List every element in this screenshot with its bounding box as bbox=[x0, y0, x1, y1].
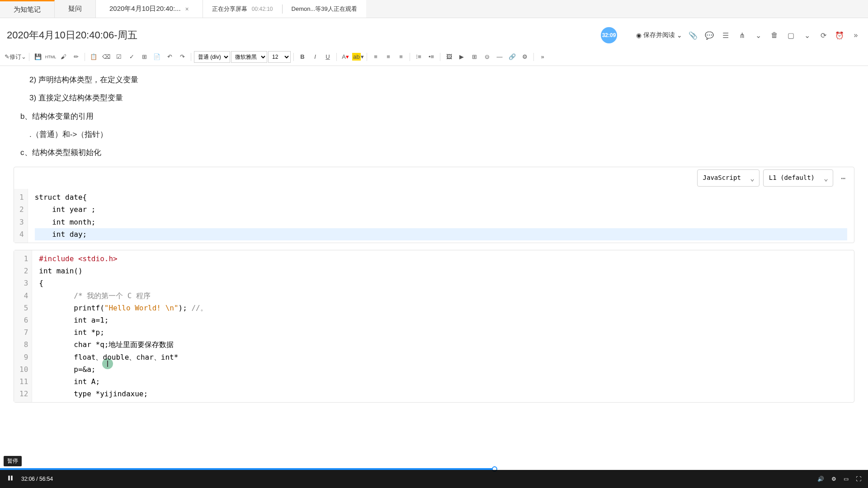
code-line[interactable]: struct date{ bbox=[35, 191, 847, 203]
code-line[interactable]: p=&a; bbox=[39, 363, 847, 375]
text-line[interactable]: .（普通）和->（指针） bbox=[14, 127, 854, 142]
theater-icon[interactable]: ▭ bbox=[844, 476, 849, 482]
text-line[interactable]: 2) 声明结构体类型，在定义变量 bbox=[14, 73, 854, 87]
pencil-icon[interactable]: ✏ bbox=[70, 51, 82, 63]
check-icon[interactable]: ☑ bbox=[113, 51, 125, 63]
code-line[interactable]: float、double、char、int* bbox=[39, 351, 847, 363]
volume-icon[interactable]: 🔊 bbox=[817, 476, 824, 482]
settings-icon[interactable]: ⚙ bbox=[831, 476, 836, 482]
code-line[interactable]: int day; bbox=[35, 228, 847, 240]
code-line[interactable]: int a=1; bbox=[39, 314, 847, 326]
unordered-list-icon[interactable]: •≡ bbox=[425, 51, 437, 63]
pause-tooltip: 暂停 bbox=[4, 456, 22, 466]
page-title: 2020年4月10日20:40:06-周五 bbox=[7, 28, 137, 42]
alarm-icon[interactable]: ⏰ bbox=[834, 30, 845, 41]
more-icon[interactable]: » bbox=[850, 30, 861, 41]
language-select[interactable]: JavaScript bbox=[697, 169, 760, 187]
save-icon[interactable]: 💾 bbox=[32, 51, 44, 63]
font-select[interactable]: 微软雅黑 bbox=[231, 51, 267, 63]
code-block-1[interactable]: JavaScript L1 (default) ⋯ 1234 struct da… bbox=[14, 167, 854, 243]
hr-icon[interactable]: ⊝ bbox=[481, 51, 493, 63]
checkbox-icon[interactable]: ✓ bbox=[126, 51, 137, 63]
book-icon[interactable]: ▢ bbox=[785, 30, 796, 41]
gear-icon[interactable]: ⚙ bbox=[519, 51, 531, 63]
align-right-icon[interactable]: ≡ bbox=[395, 51, 407, 63]
clear-format-icon[interactable]: ⌫ bbox=[100, 51, 112, 63]
html-button[interactable]: HTML bbox=[45, 51, 57, 63]
edit-mode-button[interactable]: ✎ 修订 ⌄ bbox=[5, 51, 26, 63]
size-select[interactable]: 12 bbox=[268, 51, 291, 63]
tab-wiznote[interactable]: 为知笔记 bbox=[0, 0, 55, 18]
redo-icon[interactable]: ↷ bbox=[176, 51, 188, 63]
text-color-button[interactable]: A▾ bbox=[340, 51, 351, 63]
format-select[interactable]: 普通 (div) bbox=[194, 51, 230, 63]
share-info: 正在分享屏幕 00:42:10 Demon...等39人正在观看 bbox=[203, 0, 366, 18]
bg-color-button[interactable]: ab▾ bbox=[352, 51, 364, 63]
editor-content[interactable]: 2) 声明结构体类型，在定义变量 3) 直接定义结构体类型变量 b、结构体变量的… bbox=[0, 66, 868, 488]
share-status: 正在分享屏幕 bbox=[212, 5, 247, 13]
toolbar-more-button[interactable]: » bbox=[537, 51, 548, 63]
code-more-icon[interactable]: ⋯ bbox=[837, 172, 849, 184]
code-line[interactable]: int month; bbox=[35, 216, 847, 228]
chevron-down-icon: ⌄ bbox=[677, 32, 682, 39]
tab-close-icon[interactable]: × bbox=[185, 5, 189, 13]
table-icon[interactable]: ⊞ bbox=[138, 51, 150, 63]
bold-button[interactable]: B bbox=[297, 51, 308, 63]
text-line[interactable]: b、结构体变量的引用 bbox=[14, 109, 854, 124]
code-line[interactable]: #include <stdio.h> bbox=[39, 253, 847, 265]
code-line[interactable]: int year ; bbox=[35, 203, 847, 216]
chevron-down-icon[interactable]: ⌄ bbox=[802, 30, 812, 41]
refresh-icon[interactable]: ⟳ bbox=[818, 30, 829, 41]
code-line[interactable]: type *yijindaxue; bbox=[39, 388, 847, 400]
svg-rect-1 bbox=[11, 476, 12, 481]
image-icon[interactable]: 🖼 bbox=[443, 51, 455, 63]
share-icon[interactable]: ⋔ bbox=[736, 30, 747, 41]
time-badge: 32:09 bbox=[601, 27, 617, 43]
share-viewers: Demon...等39人正在观看 bbox=[292, 5, 357, 13]
underline-button[interactable]: U bbox=[322, 51, 334, 63]
line-gutter: 123456789101112 bbox=[14, 250, 32, 402]
hr2-icon[interactable]: — bbox=[494, 51, 505, 63]
line-gutter: 1234 bbox=[14, 189, 28, 243]
share-timer: 00:42:10 bbox=[252, 6, 273, 12]
code-line[interactable]: /* 我的第一个 C 程序 bbox=[39, 290, 847, 302]
fullscreen-icon[interactable]: ⛶ bbox=[856, 476, 861, 482]
code-line[interactable]: int main() bbox=[39, 265, 847, 277]
paste-icon[interactable]: 📋 bbox=[88, 51, 99, 63]
code-line[interactable]: int A; bbox=[39, 375, 847, 388]
text-line[interactable]: c、结构体类型额初始化 bbox=[14, 145, 854, 160]
video-time: 32:06 / 56:54 bbox=[21, 476, 53, 482]
code-line[interactable]: printf("Hello World! \n"); //。 bbox=[39, 302, 847, 314]
italic-button[interactable]: I bbox=[309, 51, 321, 63]
align-left-icon[interactable]: ≡ bbox=[370, 51, 382, 63]
undo-icon[interactable]: ↶ bbox=[164, 51, 175, 63]
link-icon[interactable]: 🔗 bbox=[506, 51, 518, 63]
comment-icon[interactable]: 💬 bbox=[704, 30, 715, 41]
tab-document[interactable]: 2020年4月10日20:40:... × bbox=[96, 0, 203, 18]
page-icon[interactable]: 📄 bbox=[151, 51, 163, 63]
code-block-2[interactable]: 123456789101112 #include <stdio.h>int ma… bbox=[14, 250, 854, 403]
tab-question[interactable]: 疑问 bbox=[55, 0, 96, 18]
tab-bar: 为知笔记 疑问 2020年4月10日20:40:... × 正在分享屏幕 00:… bbox=[0, 0, 868, 18]
eye-icon: ◉ bbox=[636, 32, 642, 39]
save-and-read-button[interactable]: ◉ 保存并阅读 ⌄ bbox=[636, 31, 682, 39]
tab-select[interactable]: L1 (default) bbox=[763, 169, 833, 187]
code-line[interactable]: int *p; bbox=[39, 326, 847, 338]
code-line[interactable]: char *q;地址里面要保存数据 bbox=[39, 338, 847, 351]
editor-toolbar: ✎ 修订 ⌄ 💾 HTML 🖌 ✏ 📋 ⌫ ☑ ✓ ⊞ 📄 ↶ ↷ 普通 (di… bbox=[0, 48, 868, 66]
align-center-icon[interactable]: ≡ bbox=[382, 51, 394, 63]
list-icon[interactable]: ☰ bbox=[720, 30, 731, 41]
text-line[interactable]: 3) 直接定义结构体类型变量 bbox=[14, 91, 854, 105]
chevron-down-icon[interactable]: ⌄ bbox=[753, 30, 764, 41]
play-pause-button[interactable] bbox=[7, 474, 16, 483]
table-insert-icon[interactable]: ⊞ bbox=[468, 51, 480, 63]
delete-icon[interactable]: 🗑 bbox=[769, 30, 780, 41]
brush-icon[interactable]: 🖌 bbox=[57, 51, 69, 63]
code-line[interactable]: { bbox=[39, 277, 847, 289]
video-controls: 32:06 / 56:54 🔊 ⚙ ▭ ⛶ bbox=[0, 470, 868, 488]
svg-rect-0 bbox=[8, 476, 9, 481]
video-icon[interactable]: ▶ bbox=[456, 51, 467, 63]
attachment-icon[interactable]: 📎 bbox=[688, 30, 698, 41]
ordered-list-icon[interactable]: ⁝≡ bbox=[413, 51, 425, 63]
